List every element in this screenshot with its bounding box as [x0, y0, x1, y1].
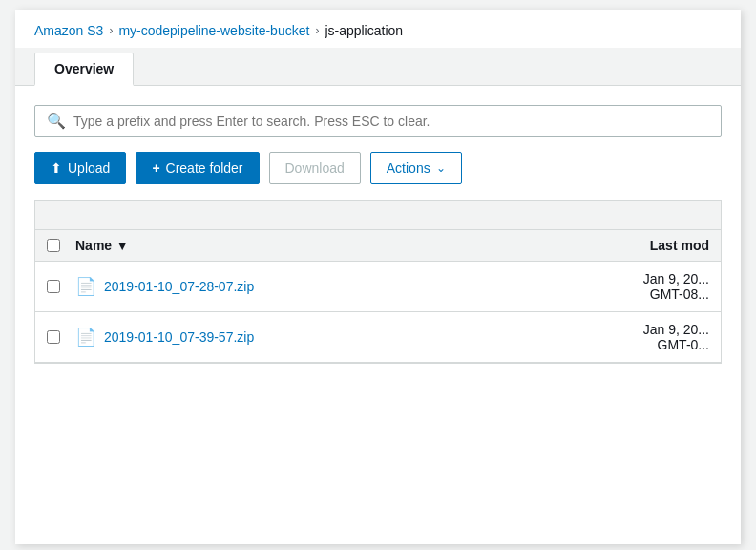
- tabs-container: Overview: [15, 48, 741, 85]
- row-checkbox-0[interactable]: [47, 280, 60, 293]
- select-all-checkbox[interactable]: [47, 239, 60, 252]
- breadcrumb-bucket[interactable]: my-codepipeline-website-bucket: [118, 23, 309, 38]
- content-area: 🔍 ⬆ Upload + Create folder Download Acti…: [15, 85, 741, 383]
- upload-button[interactable]: ⬆ Upload: [34, 152, 126, 184]
- breadcrumb-current: js-application: [325, 23, 403, 38]
- file-zip-icon: 📄: [75, 276, 96, 297]
- download-button[interactable]: Download: [269, 152, 361, 184]
- table-row: 📄 2019-01-10_07-39-57.zip Jan 9, 20... G…: [35, 312, 721, 363]
- files-table: Name ▼ Last mod 📄 2019-01-10_07-28-07.zi…: [34, 230, 722, 364]
- upload-icon: ⬆: [51, 160, 62, 176]
- row-checkbox-1[interactable]: [47, 330, 60, 344]
- breadcrumb: Amazon S3 › my-codepipeline-website-buck…: [15, 10, 741, 48]
- search-bar[interactable]: 🔍: [34, 105, 722, 137]
- search-input[interactable]: [74, 114, 709, 129]
- plus-icon: +: [152, 160, 159, 176]
- actions-button[interactable]: Actions ⌄: [370, 152, 462, 184]
- breadcrumb-root[interactable]: Amazon S3: [34, 23, 103, 38]
- breadcrumb-sep-1: ›: [109, 24, 113, 37]
- table-header: Name ▼ Last mod: [35, 230, 721, 262]
- tab-overview[interactable]: Overview: [34, 53, 134, 86]
- file-zip-icon: 📄: [75, 327, 96, 348]
- create-folder-button[interactable]: + Create folder: [136, 152, 259, 184]
- column-name-header: Name ▼: [75, 238, 576, 253]
- breadcrumb-sep-2: ›: [315, 24, 319, 37]
- row-date-1: Jan 9, 20... GMT-0...: [576, 322, 709, 352]
- row-date-0: Jan 9, 20... GMT-08...: [576, 271, 709, 302]
- file-link-0[interactable]: 2019-01-10_07-28-07.zip: [104, 279, 576, 294]
- filter-bar: [34, 200, 722, 230]
- action-bar: ⬆ Upload + Create folder Download Action…: [34, 152, 722, 184]
- search-icon: 🔍: [47, 112, 66, 130]
- chevron-down-icon: ⌄: [436, 161, 446, 175]
- column-lastmod-header: Last mod: [576, 238, 709, 253]
- sort-icon: ▼: [116, 238, 129, 253]
- file-link-1[interactable]: 2019-01-10_07-39-57.zip: [104, 329, 576, 345]
- table-row: 📄 2019-01-10_07-28-07.zip Jan 9, 20... G…: [35, 262, 721, 312]
